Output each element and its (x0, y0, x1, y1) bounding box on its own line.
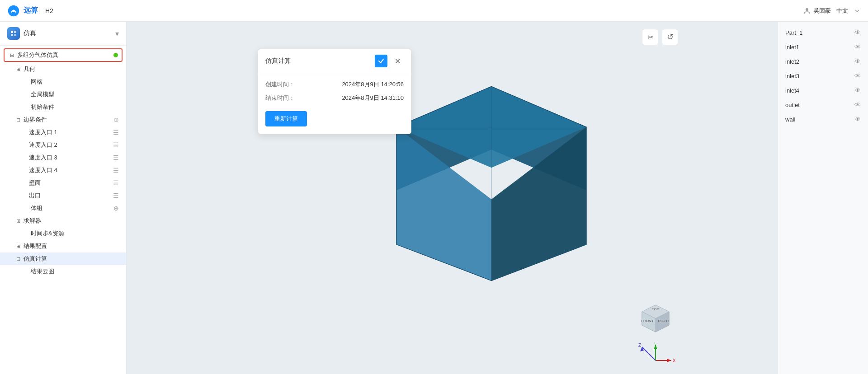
tree-label-init-cond: 初始条件 (31, 103, 119, 111)
sidebar-title-row: 仿真 (7, 27, 36, 40)
tree-item-solver[interactable]: ⊞ 求解器 (0, 215, 126, 227)
axis-arrows-svg: Z X Y (633, 342, 678, 365)
right-panel-wall[interactable]: wall 👁 (778, 112, 868, 126)
add-boundary-btn[interactable]: ⊕ (113, 116, 119, 123)
right-panel-inlet3[interactable]: inlet3 👁 (778, 69, 868, 83)
right-panel-label-inlet1: inlet1 (785, 44, 799, 51)
refresh-button[interactable]: ↺ (662, 29, 678, 45)
tree-label-global-model: 全局模型 (31, 90, 119, 98)
nav-right: 吴因豪 中文 (803, 7, 861, 15)
menu-inlet3[interactable]: ☰ (113, 154, 119, 161)
eye-icon-part1[interactable]: 👁 (854, 29, 861, 36)
right-panel-inlet4[interactable]: inlet4 👁 (778, 83, 868, 98)
right-face-label: RIGHT (658, 319, 670, 323)
logo: 远算 H2 (7, 5, 53, 17)
user-icon (803, 7, 811, 14)
right-panel-inlet1[interactable]: inlet1 👁 (778, 40, 868, 54)
tree-item-global-model[interactable]: · 全局模型 (0, 88, 126, 101)
expander-root: ⊟ (8, 51, 15, 59)
sidebar-collapse-btn[interactable]: ▾ (115, 29, 119, 38)
tree-label-result-config: 结果配置 (24, 242, 119, 250)
tree-label-boundary: 边界条件 (24, 116, 113, 124)
axis-cube-svg: TOP RIGHT FRONT (633, 300, 678, 346)
tree-label-sim-calc: 仿真计算 (24, 255, 119, 263)
tree-label-inlet2: 速度入口 2 (29, 141, 113, 149)
eye-icon-inlet1[interactable]: 👁 (854, 43, 861, 51)
main-container: 仿真 ▾ ⊟ 多组分气体仿真 ⊞ 几何 · 网格 (0, 22, 868, 374)
tree-label-wall: 壁面 (29, 179, 113, 187)
right-panel-label-inlet3: inlet3 (785, 73, 799, 79)
tree-item-geo[interactable]: ⊞ 几何 (0, 63, 126, 75)
recalc-button[interactable]: 重新计算 (265, 111, 307, 126)
tree-item-outlet[interactable]: 出口 ☰ (0, 189, 126, 202)
right-panel-part1[interactable]: Part_1 👁 (778, 25, 868, 40)
popup-ended-label: 结束时间： (265, 94, 295, 102)
chevron-down-icon (854, 7, 861, 14)
tree-item-wall[interactable]: 壁面 ☰ (0, 177, 126, 189)
popup-created-row: 创建时间： 2024年8月9日 14:20:56 (265, 80, 404, 89)
simulation-popup: 仿真计算 ✕ 创建时间： 2024年8月9日 14:20:56 (258, 49, 411, 134)
tree-item-sim-calc[interactable]: ⊟ 仿真计算 (0, 252, 126, 265)
menu-inlet2[interactable]: ☰ (113, 141, 119, 149)
popup-created-label: 创建时间： (265, 80, 295, 89)
eye-icon-inlet3[interactable]: 👁 (854, 72, 861, 79)
check-icon (378, 58, 384, 64)
tree-label-inlet3: 速度入口 3 (29, 154, 113, 162)
status-dot-green (113, 53, 118, 57)
tree-label-result-cloud: 结果云图 (31, 267, 119, 276)
user-info[interactable]: 吴因豪 (803, 7, 831, 15)
tree-item-result-config[interactable]: ⊞ 结果配置 (0, 240, 126, 252)
add-body-btn[interactable]: ⊕ (113, 205, 119, 212)
close-icon: ✕ (395, 57, 401, 65)
eye-icon-outlet[interactable]: 👁 (854, 101, 861, 108)
right-panel-outlet[interactable]: outlet 👁 (778, 98, 868, 112)
tree-item-root[interactable]: ⊟ 多组分气体仿真 (4, 48, 123, 62)
right-panel-label-outlet: outlet (785, 102, 800, 108)
tree-item-time-resource[interactable]: · 时间步&资源 (0, 227, 126, 240)
tree-item-boundary[interactable]: ⊟ 边界条件 ⊕ (0, 113, 126, 126)
tree-item-inlet2[interactable]: 速度入口 2 ☰ (0, 139, 126, 151)
cut-button[interactable]: ✂ (642, 29, 658, 45)
tree-item-inlet3[interactable]: 速度入口 3 ☰ (0, 151, 126, 164)
popup-actions: ✕ (375, 55, 404, 67)
tree-label-mesh: 网格 (31, 78, 119, 86)
right-panel-inlet2[interactable]: inlet2 👁 (778, 54, 868, 69)
svg-point-1 (12, 9, 14, 12)
tree-item-init-cond[interactable]: · 初始条件 (0, 101, 126, 113)
tree-label-inlet1: 速度入口 1 (29, 128, 113, 136)
tree-item-body-group[interactable]: · 体组 ⊕ (0, 202, 126, 215)
top-nav: 远算 H2 吴因豪 中文 (0, 0, 868, 22)
y-axis-label: Y (653, 342, 656, 345)
popup-ended-row: 结束时间： 2024年8月9日 14:31:10 (265, 94, 404, 102)
eye-icon-inlet4[interactable]: 👁 (854, 87, 861, 94)
menu-wall[interactable]: ☰ (113, 179, 119, 187)
cut-icon: ✂ (647, 33, 653, 42)
svg-line-16 (642, 347, 656, 360)
menu-inlet4[interactable]: ☰ (113, 167, 119, 174)
refresh-icon: ↺ (667, 32, 674, 42)
menu-outlet[interactable]: ☰ (113, 192, 119, 199)
sidebar-title: 仿真 (24, 29, 36, 37)
eye-icon-wall[interactable]: 👁 (854, 116, 861, 123)
language-selector[interactable]: 中文 (836, 7, 848, 15)
expander-geo: ⊞ (14, 65, 22, 73)
tree-label-body-group: 体组 (31, 204, 113, 212)
z-axis-label: Z (638, 343, 641, 348)
tree-item-result-cloud[interactable]: · 结果云图 (0, 265, 126, 278)
menu-inlet1[interactable]: ☰ (113, 129, 119, 136)
simulation-icon (10, 30, 17, 37)
axis-widget: TOP RIGHT FRONT Z X Y (633, 300, 678, 365)
brand-name: 远算 (24, 6, 38, 15)
popup-created-value: 2024年8月9日 14:20:56 (342, 80, 404, 89)
tree-item-inlet1[interactable]: 速度入口 1 ☰ (0, 126, 126, 139)
front-face-label: FRONT (641, 319, 654, 323)
popup-header: 仿真计算 ✕ (258, 49, 411, 73)
tree-item-mesh[interactable]: · 网格 (0, 75, 126, 88)
tree-item-inlet4[interactable]: 速度入口 4 ☰ (0, 164, 126, 177)
viewport: ✂ ↺ (127, 22, 778, 374)
popup-close-btn[interactable]: ✕ (391, 55, 404, 67)
username: 吴因豪 (813, 7, 831, 15)
sidebar-header: 仿真 ▾ (0, 22, 126, 46)
popup-confirm-btn[interactable] (375, 55, 387, 67)
eye-icon-inlet2[interactable]: 👁 (854, 58, 861, 65)
